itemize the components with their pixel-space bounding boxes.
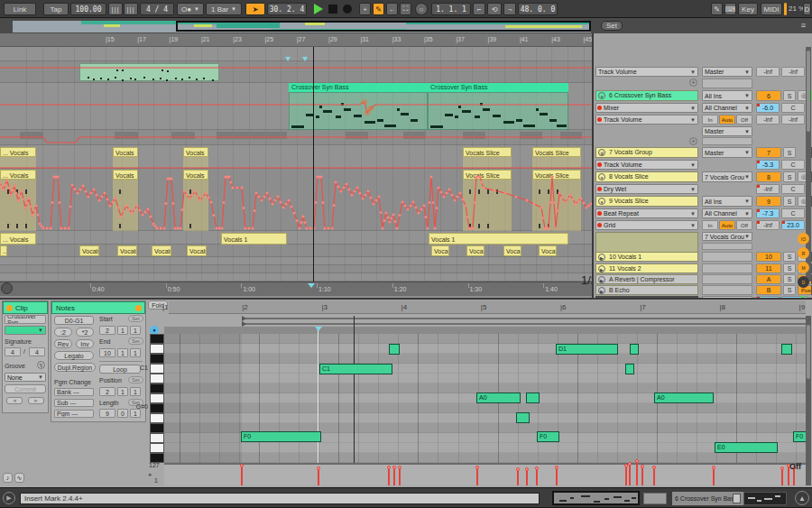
automation-device-select[interactable]: Dry Wet▼ xyxy=(595,184,698,194)
vocals-clip[interactable]: Vocals xyxy=(117,245,137,256)
piano-key-b0[interactable] xyxy=(150,374,164,383)
vocals-clip[interactable]: Voca xyxy=(466,245,484,256)
velocity-stem[interactable] xyxy=(713,467,715,485)
sub-bank-field[interactable]: Sub --- xyxy=(54,399,94,407)
vocals-clip[interactable]: ... Vocals xyxy=(0,233,36,245)
track-fold-icon[interactable]: ▾ xyxy=(598,92,605,99)
track-header-row[interactable]: 10 Vocals 1▶ xyxy=(595,252,698,262)
track-fold-icon[interactable]: ▶ xyxy=(598,265,605,272)
track-number-button[interactable]: 8 xyxy=(756,171,781,182)
solo-button[interactable]: S xyxy=(783,274,796,284)
value-field[interactable]: -inf xyxy=(756,184,780,194)
velocity-stem[interactable] xyxy=(641,466,643,485)
pan-field[interactable]: C xyxy=(781,103,805,113)
pitch-range-button[interactable]: D0-G1 xyxy=(54,316,94,325)
piano-key-e0[interactable] xyxy=(150,443,164,453)
invert-button[interactable]: Inv xyxy=(76,339,94,348)
monitor-off-button[interactable]: Off xyxy=(736,115,752,125)
start-value[interactable]: 1 xyxy=(130,326,141,335)
velocity-stem[interactable] xyxy=(318,468,319,485)
groove-select[interactable]: None▼ xyxy=(5,373,46,382)
beat-time-ruler[interactable]: |15|17|19|21|23|25|27|29|31|33|35|37|39|… xyxy=(0,33,592,47)
solo-button[interactable]: S xyxy=(783,147,796,158)
arrangement-area[interactable]: Crossover Syn BassCrossover Syn Bass... … xyxy=(0,47,592,282)
mixer-toggle-r[interactable]: R xyxy=(798,247,809,259)
track-fold-icon[interactable]: ▶ xyxy=(598,276,605,283)
output-routing-select[interactable]: Master▼ xyxy=(702,126,752,136)
input-routing-select[interactable]: Master▼ xyxy=(702,67,752,77)
vocals-clip[interactable]: Vocals Slice xyxy=(463,170,512,180)
vocals-clip[interactable]: Voca xyxy=(539,245,557,256)
mixer-toggle-d[interactable]: D xyxy=(798,276,809,288)
position-value[interactable]: 1 xyxy=(117,387,128,396)
velocity-head[interactable] xyxy=(516,467,520,471)
velocity-head[interactable] xyxy=(780,466,784,470)
punch-in-icon[interactable]: ⌐ xyxy=(473,3,485,15)
notes-subview-icon[interactable]: ♪ xyxy=(3,473,13,483)
arrangement-scrollbar[interactable] xyxy=(806,47,811,282)
velocity-head[interactable] xyxy=(317,466,320,470)
piano-key-c1[interactable] xyxy=(150,364,164,374)
midi-note-editor[interactable]: ♦C1G#0F0C1A0F0D1A0E0F01271▸Off xyxy=(147,316,806,485)
midi-note-d1[interactable]: D1 xyxy=(556,344,618,355)
set-locator-button[interactable]: Set xyxy=(601,21,623,31)
vocals-clip[interactable]: Vocals 1 xyxy=(221,233,287,245)
track-number-button[interactable]: B xyxy=(756,285,781,295)
velocity-head[interactable] xyxy=(628,462,632,466)
vocals-clip[interactable]: Vocals xyxy=(183,170,208,180)
track-number-button[interactable]: 11 xyxy=(756,263,781,273)
add-automation-lane-button[interactable]: + xyxy=(689,79,697,87)
midi-note-e0[interactable]: E0 xyxy=(715,442,778,453)
velocity-stem[interactable] xyxy=(388,467,390,485)
velocity-stem[interactable] xyxy=(526,469,528,485)
velocity-head[interactable] xyxy=(240,464,244,467)
mini-zoom-box[interactable] xyxy=(643,493,667,504)
loop-start-field[interactable]: 1. 1. 1 xyxy=(431,3,471,15)
track-header-row[interactable]: B Echo▶ xyxy=(595,285,698,295)
position-value[interactable]: 1 xyxy=(130,387,141,396)
start-value[interactable]: 1 xyxy=(117,326,128,335)
velocity-stem[interactable] xyxy=(536,468,538,485)
hamburger-menu-icon[interactable]: ≡ xyxy=(798,21,809,31)
scroll-anchor-icon[interactable] xyxy=(1,282,13,294)
vocals-clip[interactable]: Vocals Slice xyxy=(532,170,581,180)
clip-overview-mini[interactable] xyxy=(552,491,640,505)
midi-note[interactable] xyxy=(781,344,792,355)
piano-key-d1[interactable] xyxy=(150,344,164,354)
vocals-clip[interactable]: Vocals xyxy=(79,245,99,256)
piano-key-gs0[interactable] xyxy=(150,403,164,413)
nudge-up-icon[interactable]: ||| xyxy=(124,3,138,15)
loop-switch-icon[interactable]: ⟲ xyxy=(487,3,502,15)
monitor-auto-button[interactable]: Auto xyxy=(719,220,735,230)
track-input-select[interactable]: All Ins▼ xyxy=(702,90,752,101)
midi-note-a0[interactable]: A0 xyxy=(654,393,714,403)
time-ruler[interactable]: 0:400:501:001:101:201:301:40 xyxy=(0,282,592,296)
signature-denominator[interactable]: 4 xyxy=(29,347,45,356)
set-end-button[interactable]: Set xyxy=(128,337,143,345)
piano-key-g0[interactable] xyxy=(150,413,164,423)
vocals-clip[interactable]: Voca xyxy=(503,245,521,256)
midi-note[interactable] xyxy=(526,393,540,403)
midi-map-button[interactable]: MIDI xyxy=(761,3,782,15)
velocity-head[interactable] xyxy=(387,466,391,469)
velocity-stem[interactable] xyxy=(556,467,558,485)
solo-button[interactable]: S xyxy=(783,171,796,182)
track-number-button[interactable]: 7 xyxy=(756,147,781,158)
notes-hot-swap-icon[interactable] xyxy=(135,305,142,311)
velocity-stem[interactable] xyxy=(636,461,638,485)
value-field[interactable]: -inf xyxy=(756,67,780,77)
start-value[interactable]: 2 xyxy=(99,326,115,335)
draw-mode-button[interactable]: ✎ xyxy=(373,3,384,15)
piano-key-a0[interactable] xyxy=(150,393,164,403)
detail-view-button[interactable]: ⛶ xyxy=(400,3,411,15)
velocity-head[interactable] xyxy=(652,466,656,469)
velocity-stem[interactable] xyxy=(653,467,655,485)
vocals-clip[interactable]: Voca xyxy=(431,245,449,256)
piano-key-ds1[interactable] xyxy=(150,334,164,344)
duplicate-region-button[interactable]: Dupl.Region xyxy=(54,363,96,372)
velocity-head[interactable] xyxy=(635,459,639,463)
velocity-head[interactable] xyxy=(555,466,558,469)
session-record-button[interactable]: ○ xyxy=(415,3,428,15)
vocals-clip[interactable]: Vocals xyxy=(187,245,207,256)
value-field[interactable]: -inf xyxy=(781,115,805,125)
